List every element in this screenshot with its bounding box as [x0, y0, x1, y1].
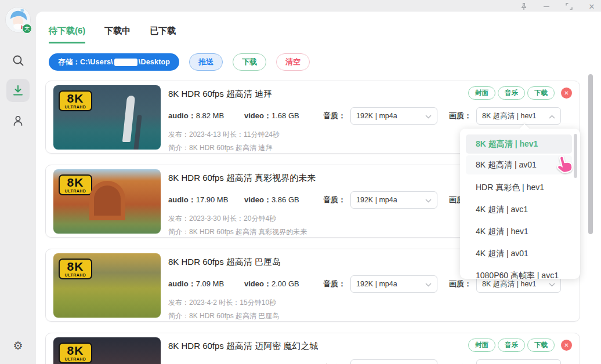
- tabs: 待下载(6) 下载中 已下载: [36, 12, 601, 43]
- download-button[interactable]: 下载: [527, 338, 555, 352]
- video-size-label: video：: [244, 195, 271, 204]
- video-size-label: video：: [244, 111, 271, 120]
- cover-button[interactable]: 封面: [468, 338, 495, 352]
- quality-option[interactable]: 8K 超高清 | hev1: [466, 134, 572, 154]
- card-actions: 封面 音乐 下载 ✕: [468, 338, 572, 352]
- chevron-down-icon: [425, 199, 432, 203]
- chevron-down-icon: [425, 115, 432, 119]
- quality-option[interactable]: 1080P60 高帧率 | avc1: [466, 265, 572, 279]
- download-button[interactable]: 下载: [527, 86, 555, 100]
- audio-size-value: 7.09 MB: [196, 279, 224, 288]
- minimize-icon[interactable]: [542, 2, 551, 11]
- audio-size-value: 17.90 MB: [196, 195, 229, 204]
- 8k-quality-badge: 8K ULTRAHD: [59, 259, 92, 279]
- tab-downloaded[interactable]: 已下载: [150, 26, 176, 43]
- chevron-down-icon: [425, 283, 432, 287]
- storage-suffix: \Desktop: [139, 58, 170, 66]
- titlebar: ✕: [0, 0, 601, 12]
- clear-button[interactable]: 清空: [276, 53, 310, 71]
- pin-icon[interactable]: [519, 2, 528, 11]
- video-quality-select[interactable]: 8K 超高清 | hev1: [476, 107, 561, 125]
- hand-cursor-icon: [556, 154, 575, 175]
- music-button[interactable]: 音乐: [498, 338, 525, 352]
- close-window-icon[interactable]: ✕: [587, 2, 596, 11]
- sidebar-item-user[interactable]: [6, 109, 30, 132]
- audio-quality-label: 音质：: [323, 111, 346, 121]
- video-quality-label: 画质：: [449, 279, 472, 289]
- avatar-level-badge: 大: [22, 24, 32, 34]
- quality-dropdown-panel: 8K 超高清 | hev18K 超高清 | av01HDR 真彩色 | hev1…: [460, 129, 580, 279]
- storage-prefix: 存储：C:\Users\: [58, 57, 113, 67]
- 8k-quality-badge: 8K ULTRAHD: [59, 174, 92, 195]
- 8k-quality-badge: 8K ULTRAHD: [59, 90, 92, 111]
- audio-quality-select[interactable]: 192K | mp4a: [350, 191, 437, 209]
- 8k-quality-badge: 8K ULTRAHD: [59, 343, 92, 363]
- sidebar-item-search[interactable]: [6, 49, 30, 72]
- audio-quality-label: 音质：: [323, 195, 346, 205]
- video-quality-label: 画质：: [449, 111, 472, 121]
- remove-card-icon[interactable]: ✕: [561, 340, 572, 351]
- download-icon: [12, 85, 24, 96]
- video-thumbnail: 8K ULTRAHD: [53, 169, 161, 234]
- video-size-value: 1.68 GB: [271, 111, 299, 120]
- publish-info: 发布：2023-4-2 时长：15分钟10秒: [168, 298, 572, 308]
- video-size-label: video：: [244, 279, 271, 288]
- music-button[interactable]: 音乐: [498, 86, 525, 100]
- audio-quality-select[interactable]: 192K | mp4a: [350, 107, 437, 125]
- quality-option[interactable]: HDR 真彩色 | hev1: [466, 177, 572, 199]
- video-thumbnail: 8K ULTRAHD: [53, 253, 161, 318]
- sidebar: 大 ⚙: [0, 0, 36, 364]
- tab-pending[interactable]: 待下载(6): [49, 26, 85, 43]
- maximize-icon[interactable]: [564, 2, 574, 11]
- audio-quality-select[interactable]: 192K | mp4a: [350, 359, 437, 364]
- remove-card-icon[interactable]: ✕: [561, 88, 572, 99]
- chevron-down-icon: [549, 283, 555, 287]
- quality-option[interactable]: 4K 超清 | avc1: [466, 199, 572, 221]
- search-icon: [12, 54, 24, 67]
- audio-quality-label: 音质：: [323, 279, 346, 289]
- quality-option[interactable]: 4K 超清 | av01: [466, 243, 572, 265]
- card-actions: 封面 音乐 下载 ✕: [468, 86, 572, 100]
- description: 简介：8K HDR 60fps 超高清 巴厘岛: [168, 311, 572, 321]
- storage-path-button[interactable]: 存储：C:\Users\ \Desktop: [49, 53, 179, 71]
- download-all-button[interactable]: 下载: [233, 53, 266, 71]
- video-thumbnail: 8K ULTRAHD: [53, 337, 161, 364]
- push-button[interactable]: 推送: [189, 53, 223, 71]
- video-thumbnail: 8K ULTRAHD: [53, 85, 161, 150]
- audio-size-label: audio：: [168, 111, 196, 120]
- tab-downloading[interactable]: 下载中: [104, 26, 131, 43]
- quality-option[interactable]: 4K 超清 | hev1: [466, 221, 572, 243]
- audio-size-label: audio：: [168, 195, 196, 204]
- video-card: 8K ULTRAHD 8K HDR 60fps 超高清 迈阿密 魔幻之城 封面 …: [45, 333, 580, 364]
- settings-gear-icon[interactable]: ⚙: [0, 339, 36, 352]
- toolbar: 存储：C:\Users\ \Desktop 推送 下载 清空: [49, 53, 601, 71]
- sidebar-item-downloads[interactable]: [6, 79, 30, 102]
- video-size-value: 2.00 GB: [271, 279, 299, 288]
- video-quality-select[interactable]: 8K 超高清 | hev1: [476, 359, 561, 364]
- user-icon: [12, 115, 24, 126]
- redacted-username: [114, 59, 137, 66]
- audio-size-value: 8.82 MB: [196, 111, 224, 120]
- video-size-value: 3.86 GB: [271, 195, 299, 204]
- audio-size-label: audio：: [168, 279, 196, 288]
- cover-button[interactable]: 封面: [468, 86, 495, 100]
- audio-quality-select[interactable]: 192K | mp4a: [350, 275, 437, 293]
- main-scrollbar[interactable]: [588, 74, 593, 234]
- chevron-down-icon: [549, 115, 555, 119]
